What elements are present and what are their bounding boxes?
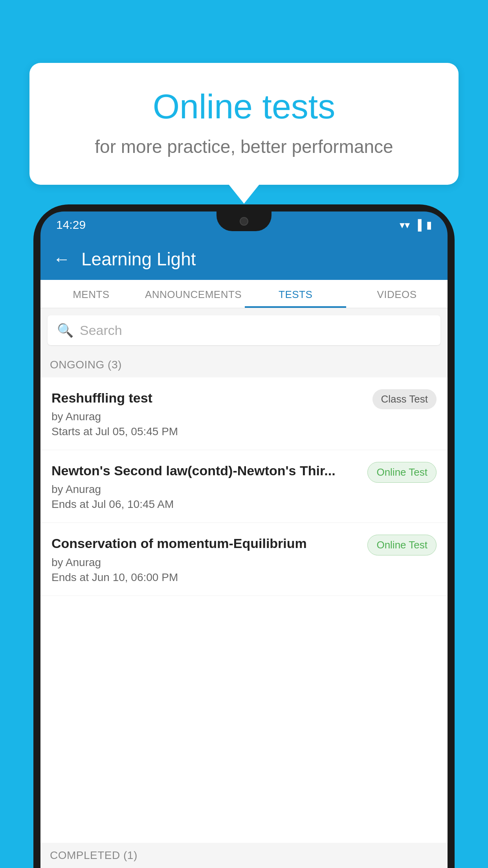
- tab-announcements[interactable]: ANNOUNCEMENTS: [142, 280, 245, 308]
- bubble-subtitle: for more practice, better performance: [61, 136, 427, 157]
- phone-frame-container: 14:29 ▾▾ ▐ ▮ ← Learning Light MENTS ANNO…: [33, 204, 455, 868]
- test-author: by Anurag: [51, 410, 365, 423]
- back-button[interactable]: ←: [53, 249, 70, 269]
- test-item[interactable]: Conservation of momentum-Equilibrium by …: [40, 523, 448, 596]
- test-item[interactable]: Reshuffling test by Anurag Starts at Jul…: [40, 377, 448, 450]
- ongoing-section-header: ONGOING (3): [40, 352, 448, 377]
- time-label: Ends at: [51, 498, 89, 510]
- wifi-icon: ▾▾: [400, 219, 410, 231]
- time-value: Jul 06, 10:45 AM: [92, 498, 174, 510]
- test-badge-class: Class Test: [372, 389, 437, 409]
- phone-notch: [216, 211, 272, 231]
- test-info: Newton's Second law(contd)-Newton's Thir…: [51, 462, 360, 511]
- time-value: Jun 10, 06:00 PM: [92, 571, 178, 583]
- search-icon: 🔍: [57, 322, 73, 338]
- tab-tests[interactable]: TESTS: [245, 280, 346, 308]
- signal-icon: ▐: [415, 219, 422, 231]
- app-toolbar: ← Learning Light: [40, 238, 448, 280]
- time-label: Ends at: [51, 571, 89, 583]
- battery-icon: ▮: [426, 219, 432, 231]
- search-bar[interactable]: 🔍 Search: [48, 315, 440, 345]
- tab-assignments[interactable]: MENTS: [40, 280, 142, 308]
- status-time: 14:29: [56, 218, 86, 232]
- test-author: by Anurag: [51, 556, 360, 569]
- camera-dot: [240, 217, 248, 226]
- time-label: Starts at: [51, 425, 92, 438]
- time-value: Jul 05, 05:45 PM: [95, 425, 178, 438]
- phone-frame: 14:29 ▾▾ ▐ ▮ ← Learning Light MENTS ANNO…: [33, 204, 455, 868]
- test-author: by Anurag: [51, 483, 360, 496]
- bubble-title: Online tests: [61, 86, 427, 127]
- test-info: Reshuffling test by Anurag Starts at Jul…: [51, 389, 365, 438]
- app-screen: ← Learning Light MENTS ANNOUNCEMENTS TES…: [40, 238, 448, 868]
- test-time: Ends at Jun 10, 06:00 PM: [51, 571, 360, 584]
- promo-bubble: Online tests for more practice, better p…: [29, 63, 459, 185]
- test-badge-online: Online Test: [367, 462, 437, 483]
- test-info: Conservation of momentum-Equilibrium by …: [51, 535, 360, 583]
- tab-bar: MENTS ANNOUNCEMENTS TESTS VIDEOS: [40, 280, 448, 308]
- test-name: Conservation of momentum-Equilibrium: [51, 535, 360, 552]
- app-title: Learning Light: [81, 248, 196, 270]
- test-list: Reshuffling test by Anurag Starts at Jul…: [40, 377, 448, 843]
- tab-videos[interactable]: VIDEOS: [346, 280, 448, 308]
- completed-section-header: COMPLETED (1): [40, 843, 448, 868]
- test-item[interactable]: Newton's Second law(contd)-Newton's Thir…: [40, 450, 448, 523]
- test-badge-online: Online Test: [367, 535, 437, 555]
- test-time: Ends at Jul 06, 10:45 AM: [51, 498, 360, 511]
- status-icons: ▾▾ ▐ ▮: [400, 219, 432, 231]
- search-placeholder: Search: [80, 323, 122, 338]
- status-bar: 14:29 ▾▾ ▐ ▮: [40, 211, 448, 238]
- test-time: Starts at Jul 05, 05:45 PM: [51, 425, 365, 438]
- test-name: Reshuffling test: [51, 389, 365, 406]
- test-name: Newton's Second law(contd)-Newton's Thir…: [51, 462, 360, 479]
